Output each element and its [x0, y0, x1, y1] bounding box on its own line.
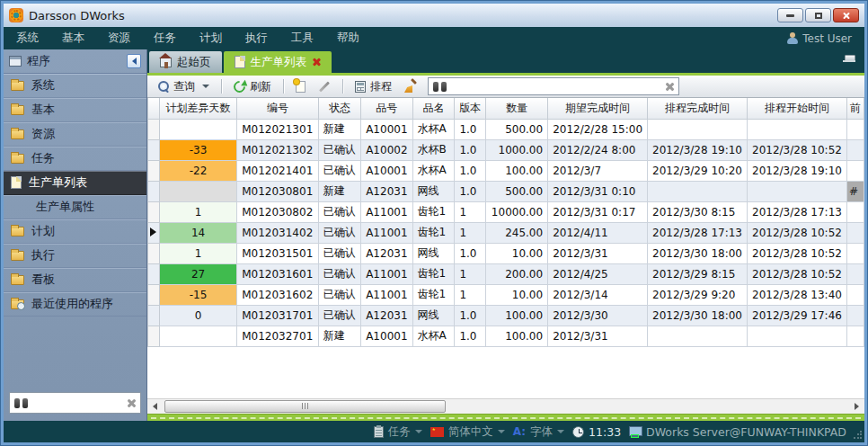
- scroll-right-arrow[interactable]: [849, 399, 864, 415]
- table-row[interactable]: 1M012030802已确认A11001齿轮1110000.002012/3/3…: [148, 201, 864, 222]
- menu-item[interactable]: 执行: [245, 31, 268, 46]
- menu-item[interactable]: 资源: [108, 31, 130, 46]
- cell-status: 已确认: [318, 201, 360, 222]
- clear-search-icon[interactable]: [126, 398, 136, 408]
- sidebar-item[interactable]: 计划: [4, 219, 146, 244]
- language-dropdown[interactable]: 简体中文: [430, 424, 505, 440]
- toolbar-separator: [283, 79, 284, 94]
- cell-diff: [159, 181, 236, 201]
- task-dropdown[interactable]: 任务: [374, 424, 422, 440]
- table-row[interactable]: 27M012031601已确认A11001齿轮11200.002012/4/25…: [148, 263, 864, 284]
- cell-due: 2012/4/25: [548, 263, 648, 284]
- font-dropdown[interactable]: A: 字体: [513, 424, 564, 440]
- table-row[interactable]: M012030801新建A12031网线1.0500.002012/3/31 0…: [148, 181, 864, 201]
- china-flag-icon: [430, 427, 444, 437]
- new-button[interactable]: [292, 79, 309, 94]
- sidebar-item[interactable]: 基本: [4, 98, 146, 122]
- table-row[interactable]: -15M012031602已确认A11001齿轮1110.002012/3/14…: [148, 284, 864, 305]
- table-row[interactable]: 1M012031501已确认A12031网线1.010.002012/3/312…: [148, 243, 864, 263]
- menu-item[interactable]: 工具: [291, 31, 314, 46]
- column-header[interactable]: 版本: [455, 98, 486, 119]
- cell-diff: 14: [159, 222, 236, 243]
- scroll-left-arrow[interactable]: [147, 399, 163, 415]
- cell-schStart: [748, 119, 847, 139]
- menu-item[interactable]: 基本: [62, 31, 84, 46]
- column-header[interactable]: 数量: [486, 98, 548, 119]
- cell-item: A10001: [361, 160, 412, 181]
- column-header[interactable]: 排程开始时间: [748, 98, 847, 119]
- column-header[interactable]: 品号: [361, 98, 412, 119]
- tab-close-icon[interactable]: [312, 58, 321, 67]
- sidebar-item[interactable]: 生产单列表: [4, 171, 146, 195]
- cell-due: 2012/2/24 8:00: [548, 139, 648, 160]
- close-icon: [842, 12, 850, 20]
- scrollbar-thumb[interactable]: [164, 400, 446, 413]
- table-row[interactable]: M012021301新建A10001水杯A1.0500.002012/2/28 …: [148, 119, 864, 139]
- query-button[interactable]: 查询: [155, 77, 213, 96]
- user-area[interactable]: Test User: [787, 32, 852, 45]
- row-indicator-header: [148, 98, 160, 119]
- cell-name: 齿轮1: [412, 263, 455, 284]
- edit-button[interactable]: [314, 84, 334, 90]
- cell-id: M012031402: [237, 222, 319, 243]
- sidebar-item[interactable]: 看板: [4, 268, 146, 292]
- table-row[interactable]: -33M012021302已确认A10002水杯B1.01000.002012/…: [148, 139, 864, 160]
- sidebar-items: 系统基本资源任务生产单列表生产单属性计划执行看板最近使用的程序: [4, 74, 146, 388]
- refresh-button[interactable]: 刷新: [230, 77, 275, 96]
- cell-schEnd: 2012/3/30 18:00: [648, 305, 748, 326]
- triangle-right-icon: [855, 403, 859, 410]
- column-header[interactable]: 排程完成时间: [648, 98, 748, 119]
- table-row[interactable]: 14M012031402已确认A11001齿轮11245.002012/4/11…: [148, 222, 864, 243]
- menu-item[interactable]: 帮助: [337, 31, 359, 46]
- clear-search-icon[interactable]: [664, 82, 674, 92]
- restore-button[interactable]: [805, 8, 831, 22]
- sidebar-item[interactable]: 执行: [4, 244, 146, 268]
- schedule-button[interactable]: 排程: [351, 77, 395, 96]
- restore-icon: [815, 13, 822, 19]
- column-header[interactable]: 状态: [318, 98, 360, 119]
- column-header[interactable]: 前: [846, 98, 864, 119]
- cell-ver: 1: [455, 263, 486, 284]
- sidebar-search-input[interactable]: [28, 397, 126, 409]
- cell-schStart: 2012/3/28 10:52: [748, 139, 847, 160]
- document-icon: [11, 176, 22, 189]
- menu-item[interactable]: 任务: [154, 31, 176, 46]
- tab-label: 起始页: [177, 55, 211, 70]
- cell-id: M012030801: [237, 181, 319, 201]
- cell-qty: 100.00: [486, 326, 548, 346]
- title-bar: Darsson DWorks: [4, 4, 864, 27]
- horizontal-scrollbar[interactable]: [147, 398, 864, 414]
- sidebar-item[interactable]: 系统: [4, 74, 146, 98]
- sidebar-item[interactable]: 生产单属性: [4, 195, 146, 219]
- cell-id: M012021401: [237, 160, 319, 181]
- pin-icon[interactable]: [843, 55, 855, 64]
- cell-extra: [846, 243, 864, 263]
- clean-button[interactable]: [401, 78, 421, 94]
- menu-item[interactable]: 计划: [199, 31, 222, 46]
- column-header[interactable]: 品名: [412, 98, 455, 119]
- sidebar-item[interactable]: 最近使用的程序: [4, 292, 146, 317]
- toolbar-search-input[interactable]: [447, 80, 664, 93]
- cell-status: 已确认: [318, 305, 360, 326]
- table-row[interactable]: -22M012021401已确认A10001水杯A1.0100.002012/3…: [148, 160, 864, 181]
- sidebar-item[interactable]: 任务: [4, 147, 146, 171]
- minimize-button[interactable]: [777, 8, 803, 22]
- column-header[interactable]: 计划差异天数: [159, 98, 236, 119]
- resize-grip[interactable]: [853, 431, 862, 440]
- column-header[interactable]: 期望完成时间: [548, 98, 648, 119]
- menu-item[interactable]: 系统: [16, 31, 39, 46]
- tab-active[interactable]: 生产单列表: [224, 51, 332, 73]
- column-header[interactable]: 编号: [237, 98, 319, 119]
- cell-status: 新建: [318, 326, 360, 346]
- cell-name: 网线: [412, 305, 455, 326]
- sidebar-item-label: 计划: [31, 223, 55, 239]
- sidebar-collapse-button[interactable]: [127, 54, 141, 68]
- scrollbar-track[interactable]: [163, 399, 849, 415]
- cell-schStart: [748, 326, 847, 346]
- chevron-down-icon: [202, 85, 209, 88]
- close-button[interactable]: [833, 8, 859, 22]
- table-row[interactable]: M012032701新建A10001水杯A1.0100.002012/3/31: [148, 326, 864, 346]
- sidebar-item[interactable]: 资源: [4, 122, 146, 147]
- table-row[interactable]: 0M012031701已确认A12031网线1.0100.002012/3/30…: [148, 305, 864, 326]
- tab-inactive[interactable]: 起始页: [149, 51, 222, 73]
